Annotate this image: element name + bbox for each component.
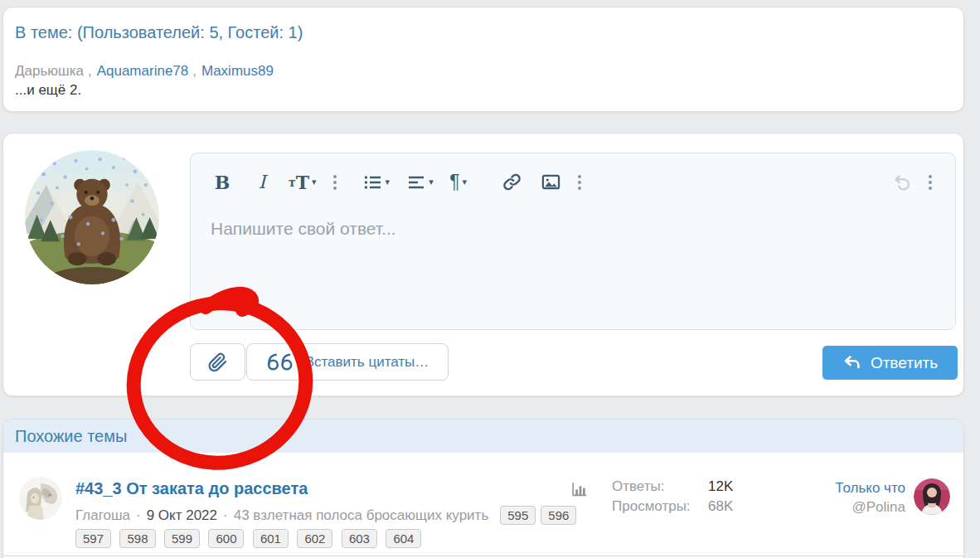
page-link[interactable]: 600 — [208, 529, 244, 548]
page-link[interactable]: 603 — [342, 529, 377, 548]
thread-page-links: 597 598 599 600 601 602 603 604 — [75, 529, 426, 548]
paragraph-format-button[interactable]: ¶▾ — [449, 170, 468, 195]
insert-quotes-button[interactable]: Вставить цитаты… — [246, 343, 449, 381]
bear-avatar-image — [25, 150, 159, 284]
bullet-list-icon — [363, 172, 383, 192]
attach-file-button[interactable] — [190, 343, 245, 381]
page-link[interactable]: 595 — [500, 506, 536, 525]
image-icon — [541, 172, 561, 192]
user-link[interactable]: Aquamarine78 — [97, 63, 189, 79]
in-thread-card: В теме: (Пользователей: 5, Гостей: 1) Да… — [2, 7, 964, 112]
alignment-button[interactable]: ▾ — [406, 170, 434, 195]
chevron-down-icon: ▾ — [463, 177, 468, 187]
user-link[interactable]: Maximus89 — [201, 63, 274, 79]
replies-label: Ответы: — [612, 478, 708, 496]
current-user-avatar[interactable] — [25, 150, 159, 284]
thread-date: 9 Окт 2022 — [147, 507, 217, 524]
pilcrow-icon: ¶ — [449, 171, 459, 193]
user-link[interactable]: Дарьюшка — [15, 63, 84, 79]
insert-quotes-label: Вставить цитаты… — [305, 354, 429, 371]
page-link[interactable]: 597 — [75, 529, 111, 548]
in-thread-user-list: Дарьюшка,Aquamarine78,Maximus89 — [15, 62, 952, 80]
link-icon — [502, 172, 522, 192]
meta-separator: · — [223, 507, 228, 524]
editor-placeholder-text[interactable]: Напишите свой ответ... — [191, 197, 955, 261]
thread-subtitle: 43 взлетная полоса бросающих курить — [234, 507, 489, 524]
rich-text-editor[interactable]: B I тT▾ ▾ ▾ ¶▾ — [190, 153, 956, 330]
align-left-icon — [406, 172, 426, 192]
font-size-label: T — [296, 172, 309, 193]
chevron-down-icon: ▾ — [312, 177, 317, 187]
font-size-label: т — [289, 176, 296, 189]
replies-count: 12K — [708, 478, 733, 496]
reply-arrow-icon — [842, 354, 862, 372]
last-reply-avatar[interactable] — [914, 478, 950, 515]
list-button[interactable]: ▾ — [363, 170, 391, 195]
user-separator: , — [192, 63, 196, 79]
chevron-down-icon: ▾ — [429, 177, 434, 187]
bar-chart-icon — [570, 480, 589, 498]
views-count: 68K — [708, 497, 733, 516]
more-format-options-icon[interactable] — [333, 175, 337, 190]
more-insert-options-icon[interactable] — [578, 175, 581, 190]
last-reply-info: Только что @Polina — [835, 478, 905, 517]
reply-editor-card: B I тT▾ ▾ ▾ ¶▾ — [2, 133, 964, 396]
bold-button[interactable]: B — [212, 170, 232, 195]
thread-meta-line: Глагоша · 9 Окт 2022 · 43 взлетная полос… — [75, 506, 581, 525]
insert-link-button[interactable] — [502, 170, 522, 195]
undo-button[interactable] — [892, 170, 912, 195]
reply-button[interactable]: Ответить — [822, 346, 958, 380]
thread-starter-avatar[interactable] — [19, 477, 62, 520]
quote-icon — [266, 351, 296, 373]
insert-image-button[interactable] — [541, 170, 561, 195]
in-thread-more-count: ...и ещё 2. — [15, 82, 952, 99]
more-editor-options-icon[interactable] — [929, 175, 932, 190]
page-link[interactable]: 602 — [297, 529, 332, 548]
page-link[interactable]: 604 — [386, 529, 421, 548]
thread-stats-container — [570, 480, 589, 498]
thread-title-link[interactable]: #43_3 От заката до рассвета — [75, 479, 308, 498]
views-label: Просмотры: — [612, 497, 708, 516]
editor-toolbar: B I тT▾ ▾ ▾ ¶▾ — [191, 153, 955, 197]
last-reply-time-link[interactable]: Только что — [835, 478, 905, 497]
paperclip-icon — [207, 352, 229, 373]
row-divider — [3, 556, 963, 556]
in-thread-title: В теме: (Пользователей: 5, Гостей: 1) — [15, 23, 952, 42]
similar-threads-card: Похожие темы #43_3 От заката до рассвета — [2, 419, 964, 558]
reply-button-label: Ответить — [871, 354, 938, 372]
meta-separator: · — [136, 507, 141, 524]
undo-icon — [892, 172, 912, 192]
font-size-button[interactable]: тT▾ — [289, 170, 317, 195]
similar-threads-header: Похожие темы — [3, 420, 963, 453]
page-link[interactable]: 596 — [541, 506, 576, 525]
italic-button[interactable]: I — [252, 170, 272, 195]
page-link[interactable]: 599 — [164, 529, 200, 548]
page-link[interactable]: 598 — [119, 529, 155, 548]
chevron-down-icon: ▾ — [386, 177, 391, 187]
thread-author[interactable]: Глагоша — [75, 507, 130, 524]
last-reply-username: @Polina — [835, 497, 905, 517]
thread-stats: Ответы: 12K Просмотры: 68K — [612, 478, 733, 516]
polina-avatar-image — [914, 478, 950, 515]
sketch-avatar-image — [19, 477, 62, 520]
thread-row[interactable]: #43_3 От заката до рассвета Глагоша · 9 … — [3, 453, 963, 558]
page-link[interactable]: 601 — [253, 529, 289, 548]
user-separator: , — [88, 63, 92, 79]
